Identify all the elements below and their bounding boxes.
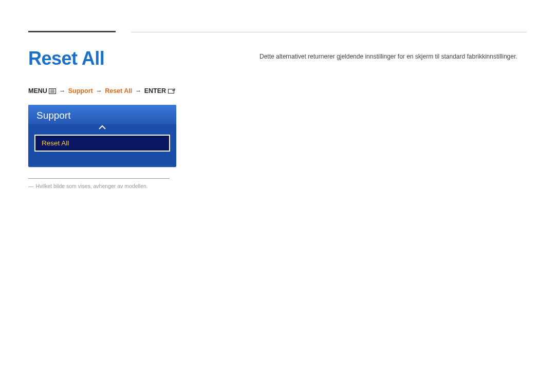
- footnote: ―Hvilket bilde som vises, avhenger av mo…: [28, 183, 239, 189]
- breadcrumb: MENU → Support → Reset All → ENTER: [28, 87, 239, 96]
- breadcrumb-enter-label: ENTER: [144, 87, 166, 95]
- breadcrumb-support: Support: [68, 87, 93, 95]
- enter-icon: [168, 88, 176, 96]
- header-accent-bar: [28, 31, 116, 32]
- section-title: Reset All: [28, 48, 239, 69]
- osd-header: Support: [28, 105, 176, 124]
- scroll-up-button[interactable]: [28, 124, 176, 135]
- menu-icon: [49, 88, 56, 96]
- osd-panel: Support Reset All: [28, 105, 176, 167]
- breadcrumb-arrow: →: [59, 87, 66, 95]
- breadcrumb-menu-label: MENU: [28, 87, 47, 95]
- chevron-up-icon: [98, 124, 106, 130]
- footnote-text: Hvilket bilde som vises, avhenger av mod…: [36, 183, 148, 189]
- description-text: Dette alternativet returnerer gjeldende …: [260, 52, 527, 61]
- footnote-rule: [28, 178, 170, 179]
- osd-item-reset-all[interactable]: Reset All: [34, 135, 170, 152]
- header-rule: [131, 32, 527, 32]
- breadcrumb-arrow: →: [96, 87, 102, 95]
- footnote-dash: ―: [28, 183, 34, 189]
- breadcrumb-reset-all: Reset All: [105, 87, 132, 95]
- breadcrumb-arrow: →: [135, 87, 142, 95]
